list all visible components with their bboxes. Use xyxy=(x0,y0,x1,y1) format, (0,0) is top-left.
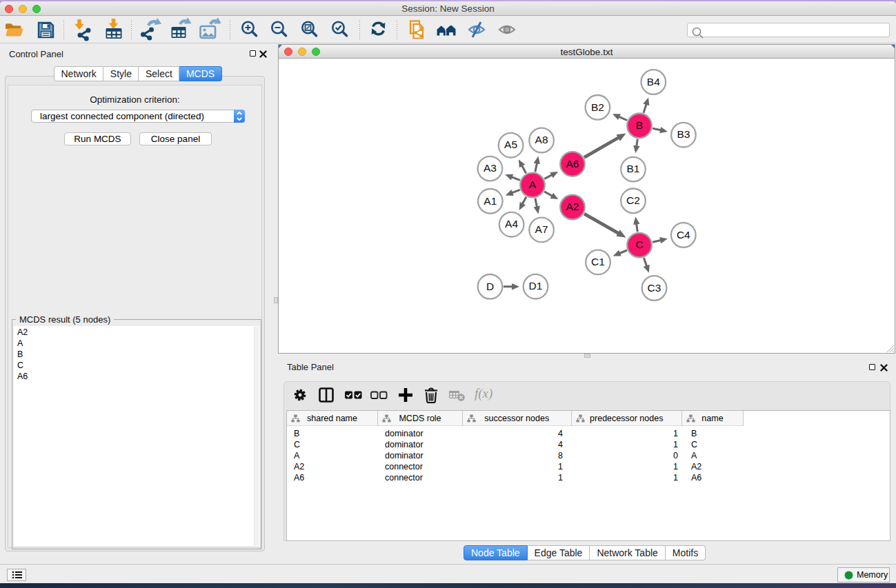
svg-text:A8: A8 xyxy=(535,134,548,145)
svg-text:D1: D1 xyxy=(529,280,543,292)
svg-text:B4: B4 xyxy=(647,76,660,88)
svg-text:A5: A5 xyxy=(504,139,517,150)
svg-text:C4: C4 xyxy=(677,229,690,241)
svg-text:A: A xyxy=(529,179,537,190)
svg-text:B: B xyxy=(636,119,643,131)
svg-text:A2: A2 xyxy=(566,201,579,212)
svg-text:C2: C2 xyxy=(626,194,640,206)
svg-text:A1: A1 xyxy=(484,195,497,207)
svg-text:C3: C3 xyxy=(648,282,661,294)
svg-text:D: D xyxy=(486,281,494,292)
svg-text:A4: A4 xyxy=(505,218,518,230)
svg-text:C: C xyxy=(635,239,643,250)
svg-text:A6: A6 xyxy=(566,158,579,170)
svg-text:B3: B3 xyxy=(677,128,690,140)
svg-text:C1: C1 xyxy=(591,256,605,267)
svg-text:B1: B1 xyxy=(627,163,640,174)
svg-text:B2: B2 xyxy=(591,101,604,113)
svg-text:A3: A3 xyxy=(484,162,497,174)
svg-text:A7: A7 xyxy=(535,223,548,235)
